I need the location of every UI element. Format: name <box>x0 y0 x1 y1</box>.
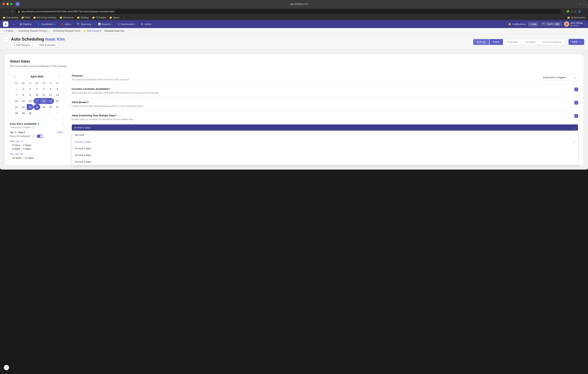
calendar-day[interactable]: 12 <box>47 92 54 98</box>
nav-pipeline[interactable]: ▤ Pipeline <box>17 21 34 27</box>
extensions-icon[interactable]: 🧩 <box>566 10 569 13</box>
show-all-toggle[interactable] <box>37 135 43 138</box>
calendar-day[interactable]: 19 <box>47 98 54 104</box>
dropdown-item-2-days[interactable]: At most 2 days ✓ <box>72 138 578 145</box>
availability-date-wed[interactable]: Wed, Apr 17 <box>10 140 64 143</box>
step-dates[interactable]: Dates <box>490 39 503 45</box>
bookmark-specs[interactable]: 📁 Specs <box>109 16 119 19</box>
timezone-select[interactable]: America/Los Angeles ⌄ <box>540 74 578 81</box>
nav-reports[interactable]: 📊 Reports ▾ <box>96 21 115 27</box>
calendar-prev-button[interactable]: ‹ <box>13 75 16 79</box>
all-bookmarks-button[interactable]: 📁 All Bookmarks <box>567 16 585 19</box>
search-button[interactable]: 🔍 Search ⌘K <box>540 22 562 26</box>
calendar-day[interactable]: 23 <box>27 104 33 110</box>
user-menu[interactable]: JO Jane Ortega Nocobird ▾ <box>564 21 585 27</box>
calendar-day[interactable]: 27 <box>54 104 61 110</box>
nav-candidates[interactable]: 👤 Candidates ▾ <box>35 21 58 27</box>
calendar-day[interactable]: 15 <box>20 98 27 104</box>
step-settings[interactable]: Settings <box>473 39 489 45</box>
calendar-day[interactable]: 2 <box>27 86 33 92</box>
multiple-days-checkbox[interactable]: ✓ <box>574 114 578 118</box>
next-button[interactable]: Next → <box>568 39 584 45</box>
profile-icon[interactable]: A <box>571 10 573 13</box>
dropdown-item-no-limit[interactable]: No Limit <box>72 132 578 138</box>
profile-avatar-icon[interactable]: 👤 <box>578 10 581 13</box>
step-communications[interactable]: Communications <box>539 39 565 45</box>
forward-button[interactable]: › <box>7 10 9 13</box>
window-menu-button[interactable]: ⋮ <box>583 2 585 5</box>
add-button[interactable]: + Add <box>528 22 539 27</box>
calendar-day[interactable]: 14 <box>13 98 20 104</box>
nav-home[interactable]: ⌂ <box>10 21 17 27</box>
step-proposals[interactable]: Proposals <box>503 39 521 45</box>
calendar-day[interactable]: 5 <box>47 86 54 92</box>
availability-date-thu[interactable]: Thu, Apr 18 <box>10 152 64 155</box>
calendar-day[interactable]: 30 <box>27 110 33 116</box>
nav-jobs[interactable]: 💼 Jobs ▾ <box>58 21 74 27</box>
calendar-next-button[interactable]: › <box>58 75 61 79</box>
notifications-button[interactable]: 🔔 Notifications <box>508 23 526 26</box>
bookmark-recurring-meetings[interactable]: 📁 Recurring meetings <box>33 16 56 19</box>
download-icon[interactable]: ⬇ <box>574 10 577 13</box>
calendar-day[interactable]: 7 <box>13 92 20 98</box>
nav-sourcing[interactable]: 🔍 Sourcing ▾ <box>75 21 95 27</box>
calendar-day[interactable]: 17 <box>33 98 40 104</box>
tag-staff-designer[interactable]: ↗ Staff Designer <box>11 43 32 47</box>
maximize-window-button[interactable] <box>10 3 12 5</box>
candidate-availability-checkbox[interactable]: ✓ <box>574 87 578 91</box>
calendar-day[interactable]: 2 <box>40 110 47 116</box>
calendar-day[interactable]: 10 <box>33 92 40 98</box>
calendar-day[interactable]: 16 <box>27 98 33 104</box>
calendar-day[interactable]: 24 <box>33 104 40 110</box>
calendar-day[interactable]: 25 <box>40 104 47 110</box>
breadcrumb-item-forms[interactable]: Scheduling Request Forms <box>53 30 80 32</box>
nav-dashboards[interactable]: ◻ Dashboards ▾ <box>115 21 138 27</box>
breadcrumb-item-staff-designer[interactable]: ⭐ Staff Designer <box>83 30 101 32</box>
calendar-day[interactable]: 3 <box>33 86 40 92</box>
new-tab-button[interactable]: + <box>579 2 581 6</box>
breadcrumb-item-more[interactable]: 4 More... <box>6 30 15 32</box>
calendar-day[interactable]: 1 <box>20 86 27 92</box>
menu-icon[interactable]: ⋮ <box>583 10 585 13</box>
nav-admin[interactable]: ⚙ Admin <box>139 21 154 27</box>
url-bar[interactable]: 🔒 app.ashbyhq.com/schedules/64247023-330… <box>16 9 561 14</box>
calendar-day[interactable]: 29 <box>20 110 27 116</box>
calendar-day[interactable]: 26 <box>47 104 54 110</box>
calendar-day[interactable]: 6 <box>54 86 61 92</box>
calendar-day[interactable]: 22 <box>20 104 27 110</box>
calendar-day[interactable]: 20 <box>54 98 61 104</box>
edit-availability-button[interactable]: Edit ↗ <box>58 131 64 134</box>
calendar-day[interactable]: 21 <box>13 104 20 110</box>
breadcrumb-item-priority[interactable]: Scheduling Request Priority L... <box>18 30 50 32</box>
bookmark-resources[interactable]: 📁 Resources <box>60 16 74 19</box>
calendar-day[interactable]: 31 <box>13 86 20 92</box>
calendar-day[interactable]: 9 <box>27 92 33 98</box>
availability-expand-button[interactable]: ⌄ <box>62 123 64 125</box>
back-button[interactable]: ‹ <box>3 10 5 13</box>
calendar-day[interactable]: 4 <box>54 110 61 116</box>
back-navigation-button[interactable]: ← <box>4 37 9 42</box>
calendar-day[interactable]: 8 <box>20 92 27 98</box>
calendar-day[interactable]: 3 <box>47 110 54 116</box>
dropdown-item-4-days[interactable]: At most 4 days <box>72 152 578 158</box>
calendar-day[interactable]: 28 <box>13 110 20 116</box>
dropdown-item-3-days[interactable]: At most 3 days <box>72 145 578 152</box>
allow-breaks-checkbox[interactable]: ✓ <box>574 101 578 105</box>
calendar-day[interactable]: 11 <box>40 92 47 98</box>
bookmark-pmm[interactable]: 📁 PMM <box>21 16 30 19</box>
calendar-day[interactable]: 4 <box>40 86 47 92</box>
refresh-button[interactable]: ↻ <box>10 10 14 13</box>
bookmark-strategy[interactable]: 📁 Strategy <box>77 16 89 19</box>
calendar-day[interactable]: 18 <box>40 98 47 104</box>
dropdown-item-5-days[interactable]: At most 5 days <box>72 158 578 165</box>
minimize-window-button[interactable] <box>6 3 9 5</box>
calendar-day[interactable]: 1 <box>33 110 40 116</box>
days-limit-select[interactable]: At most 2 days ⌄ <box>72 124 578 131</box>
tag-skills-evaluation[interactable]: → Skills Evaluation <box>34 43 58 47</box>
bookmark-icon[interactable]: ☆ <box>562 10 565 13</box>
close-window-button[interactable] <box>3 3 5 5</box>
bookmark-ta-leaders[interactable]: 📁 TA leaders <box>92 16 106 19</box>
calendar-day[interactable]: 13 <box>54 92 61 98</box>
bookmark-onboarding[interactable]: 📁 Onboarding <box>3 16 18 19</box>
step-schedule[interactable]: Schedule <box>522 39 539 45</box>
